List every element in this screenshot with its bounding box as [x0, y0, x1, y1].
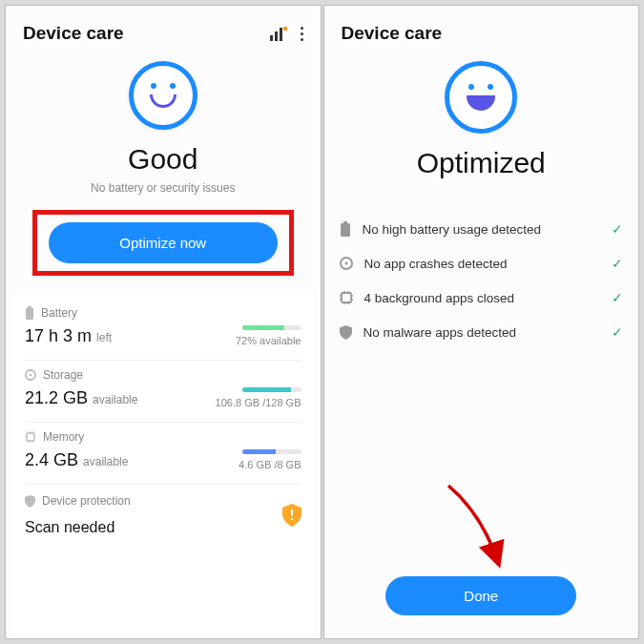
header-actions	[270, 26, 303, 41]
storage-row[interactable]: Storage 21.2 GB available 106.8 GB /128 …	[25, 361, 301, 423]
device-care-after: Device care Optimized No high battery us…	[323, 5, 640, 639]
status-face-icon	[129, 61, 197, 130]
optimize-now-button[interactable]: Optimize now	[49, 222, 278, 263]
svg-rect-5	[26, 308, 33, 320]
storage-icon	[25, 369, 36, 381]
svg-rect-15	[343, 221, 347, 223]
check-icon: ✓	[612, 221, 623, 237]
arrow-annotation	[324, 490, 639, 576]
result-malware: No malware apps detected ✓	[340, 315, 624, 349]
svg-rect-8	[27, 433, 34, 441]
done-button[interactable]: Done	[385, 576, 576, 615]
highlight-annotation: Optimize now	[32, 210, 294, 276]
svg-rect-0	[270, 35, 273, 41]
svg-rect-14	[291, 518, 293, 520]
svg-point-3	[282, 27, 286, 31]
more-icon[interactable]	[301, 27, 303, 41]
memory-icon	[25, 431, 36, 443]
svg-rect-1	[275, 31, 278, 41]
svg-rect-13	[291, 509, 293, 516]
protection-row[interactable]: Device protection Scan needed	[25, 485, 301, 536]
battery-row[interactable]: Battery 17 h 3 m left 72% available	[25, 299, 301, 361]
status-title: Optimized	[417, 147, 546, 179]
memory-row[interactable]: Memory 2.4 GB available 4.6 GB /8 GB	[25, 423, 301, 485]
status-section: Optimized	[324, 53, 639, 183]
page-title: Device care	[342, 23, 443, 44]
battery-icon	[340, 221, 351, 237]
result-crashes: No app crashes detected ✓	[340, 246, 624, 280]
svg-point-7	[30, 374, 32, 377]
header: Device care	[324, 6, 639, 53]
shield-warning-icon	[282, 504, 301, 527]
result-battery: No high battery usage detected ✓	[340, 212, 624, 246]
battery-bar	[242, 325, 285, 330]
page-title: Device care	[23, 23, 124, 44]
shield-icon	[25, 495, 35, 508]
signal-icon[interactable]	[270, 26, 287, 41]
svg-rect-2	[280, 28, 282, 41]
status-subtitle: No battery or security issues	[91, 181, 235, 195]
status-title: Good	[128, 143, 197, 176]
svg-rect-4	[28, 306, 31, 308]
svg-rect-16	[341, 223, 350, 237]
status-face-icon	[445, 61, 517, 134]
svg-point-18	[344, 262, 347, 265]
memory-bar	[242, 449, 276, 454]
check-icon: ✓	[612, 256, 623, 271]
shield-icon	[340, 325, 352, 340]
result-background-apps: 4 background apps closed ✓	[340, 280, 624, 315]
header: Device care	[6, 6, 321, 53]
check-icon: ✓	[612, 324, 623, 340]
status-section: Good No battery or security issues	[6, 53, 321, 198]
svg-rect-19	[342, 293, 351, 302]
stats-card: Battery 17 h 3 m left 72% available Stor…	[11, 289, 315, 638]
storage-bar	[242, 387, 291, 392]
check-icon: ✓	[612, 290, 623, 305]
optimization-results: No high battery usage detected ✓ No app …	[324, 183, 639, 490]
device-care-before: Device care Good No battery or security …	[5, 5, 322, 639]
storage-icon	[340, 257, 353, 270]
memory-icon	[340, 291, 353, 304]
battery-icon	[25, 306, 34, 320]
footer: Done	[324, 576, 639, 638]
